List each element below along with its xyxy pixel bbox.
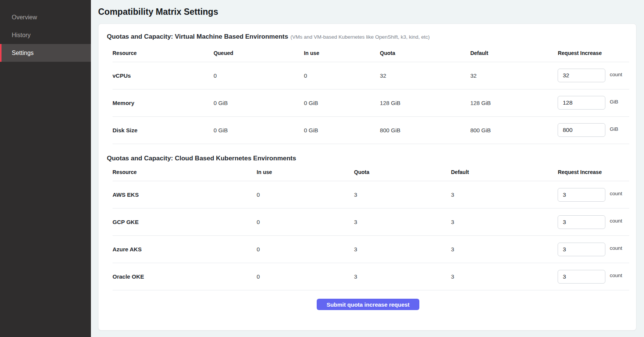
sidebar-nav: OverviewHistorySettings xyxy=(0,8,91,62)
column-header-request-increase: Request Increase xyxy=(558,164,629,181)
resource-name: Memory xyxy=(113,89,214,116)
request-increase-input-oracle-oke[interactable] xyxy=(558,270,605,284)
request-increase-input-memory[interactable] xyxy=(558,96,605,110)
queued-value: 0 GiB xyxy=(214,89,304,116)
default-value: 3 xyxy=(451,208,558,236)
resource-name: AWS EKS xyxy=(113,181,257,208)
resource-name: Oracle OKE xyxy=(113,263,257,290)
in-use-value: 0 xyxy=(257,181,354,208)
unit-label: GiB xyxy=(610,126,618,132)
default-value: 32 xyxy=(470,62,558,89)
request-increase-input-gcp-gke[interactable] xyxy=(558,215,605,229)
unit-label: count xyxy=(610,191,622,196)
request-increase-cell: count xyxy=(558,181,629,208)
quota-value: 3 xyxy=(354,208,451,236)
resource-name: GCP GKE xyxy=(113,208,257,236)
vm-section-title: Quotas and Capacity: Virtual Machine Bas… xyxy=(107,33,629,41)
column-header-quota: Quota xyxy=(380,44,470,62)
column-header-request-increase: Request Increase xyxy=(558,44,629,62)
default-value: 3 xyxy=(451,181,558,208)
sidebar-item-overview[interactable]: Overview xyxy=(0,8,91,26)
column-header-default: Default xyxy=(451,164,558,181)
unit-label: count xyxy=(610,218,622,224)
request-increase-cell: count xyxy=(558,236,629,263)
in-use-value: 0 xyxy=(257,208,354,236)
sidebar: OverviewHistorySettings xyxy=(0,0,91,337)
vm_section-header-row: ResourceQueuedIn useQuotaDefaultRequest … xyxy=(113,44,629,62)
unit-label: count xyxy=(610,245,622,251)
in-use-value: 0 xyxy=(304,62,380,89)
queued-value: 0 xyxy=(214,62,304,89)
settings-card: Quotas and Capacity: Virtual Machine Bas… xyxy=(98,24,636,331)
resource-name: vCPUs xyxy=(113,62,214,89)
vm-section-title-text: Quotas and Capacity: Virtual Machine Bas… xyxy=(107,33,288,40)
cloud-section-title: Quotas and Capacity: Cloud Based Kuberne… xyxy=(107,155,629,162)
in-use-value: 0 xyxy=(257,263,354,290)
default-value: 3 xyxy=(451,263,558,290)
request-increase-cell: count xyxy=(558,263,629,290)
request-increase-input-aws-eks[interactable] xyxy=(558,188,605,202)
queued-value: 0 GiB xyxy=(214,116,304,144)
column-header-quota: Quota xyxy=(354,164,451,181)
submit-quota-increase-button[interactable]: Submit quota increase request xyxy=(317,299,419,310)
sidebar-item-history[interactable]: History xyxy=(0,26,91,44)
resource-name: Azure AKS xyxy=(113,236,257,263)
active-indicator xyxy=(0,44,2,62)
unit-label: count xyxy=(610,72,622,77)
quota-value: 3 xyxy=(354,181,451,208)
vm-quota-table: ResourceQueuedIn useQuotaDefaultRequest … xyxy=(113,44,629,144)
column-header-in-use: In use xyxy=(304,44,380,62)
in-use-value: 0 GiB xyxy=(304,116,380,144)
table-row-aws-eks: AWS EKS033count xyxy=(113,181,629,208)
in-use-value: 0 xyxy=(257,236,354,263)
column-header-default: Default xyxy=(470,44,558,62)
table-row-gcp-gke: GCP GKE033count xyxy=(113,208,629,236)
column-header-queued: Queued xyxy=(214,44,304,62)
sidebar-item-settings[interactable]: Settings xyxy=(0,44,91,62)
request-increase-input-disk-size[interactable] xyxy=(558,123,605,137)
quota-value: 128 GiB xyxy=(380,89,470,116)
sidebar-item-label: Settings xyxy=(12,50,34,56)
main-content: Compatibility Matrix Settings Quotas and… xyxy=(91,0,644,337)
vm_section-body: vCPUs003232countMemory0 GiB0 GiB128 GiB1… xyxy=(113,62,629,144)
table-row-vcpus: vCPUs003232count xyxy=(113,62,629,89)
cloud_section-body: AWS EKS033countGCP GKE033countAzure AKS0… xyxy=(113,181,629,290)
default-value: 128 GiB xyxy=(470,89,558,116)
table-row-azure-aks: Azure AKS033count xyxy=(113,236,629,263)
column-header-resource: Resource xyxy=(113,44,214,62)
request-increase-input-azure-aks[interactable] xyxy=(558,243,605,256)
request-increase-input-vcpus[interactable] xyxy=(558,69,605,82)
column-header-in-use: In use xyxy=(257,164,354,181)
request-increase-cell: GiB xyxy=(558,89,629,116)
cloud-quota-table: ResourceIn useQuotaDefaultRequest Increa… xyxy=(113,164,629,291)
unit-label: count xyxy=(610,273,622,278)
request-increase-cell: count xyxy=(558,62,629,89)
resource-name: Disk Size xyxy=(113,116,214,144)
table-row-memory: Memory0 GiB0 GiB128 GiB128 GiBGiB xyxy=(113,89,629,116)
quota-value: 3 xyxy=(354,236,451,263)
quota-value: 800 GiB xyxy=(380,116,470,144)
in-use-value: 0 GiB xyxy=(304,89,380,116)
vm-section-subtitle: (VMs and VM-based Kubernetes like OpenSh… xyxy=(291,34,430,40)
request-increase-cell: count xyxy=(558,208,629,236)
default-value: 800 GiB xyxy=(470,116,558,144)
column-header-resource: Resource xyxy=(113,164,257,181)
sidebar-item-label: Overview xyxy=(12,14,37,21)
footer-row: Submit quota increase request xyxy=(107,299,629,310)
cloud-section-title-text: Quotas and Capacity: Cloud Based Kuberne… xyxy=(107,155,296,162)
cloud_section-header-row: ResourceIn useQuotaDefaultRequest Increa… xyxy=(113,164,629,181)
default-value: 3 xyxy=(451,236,558,263)
quota-value: 32 xyxy=(380,62,470,89)
page-title: Compatibility Matrix Settings xyxy=(98,7,636,17)
quota-value: 3 xyxy=(354,263,451,290)
table-row-oracle-oke: Oracle OKE033count xyxy=(113,263,629,290)
request-increase-cell: GiB xyxy=(558,116,629,144)
sidebar-item-label: History xyxy=(12,32,31,39)
table-row-disk-size: Disk Size0 GiB0 GiB800 GiB800 GiBGiB xyxy=(113,116,629,144)
unit-label: GiB xyxy=(610,99,618,105)
